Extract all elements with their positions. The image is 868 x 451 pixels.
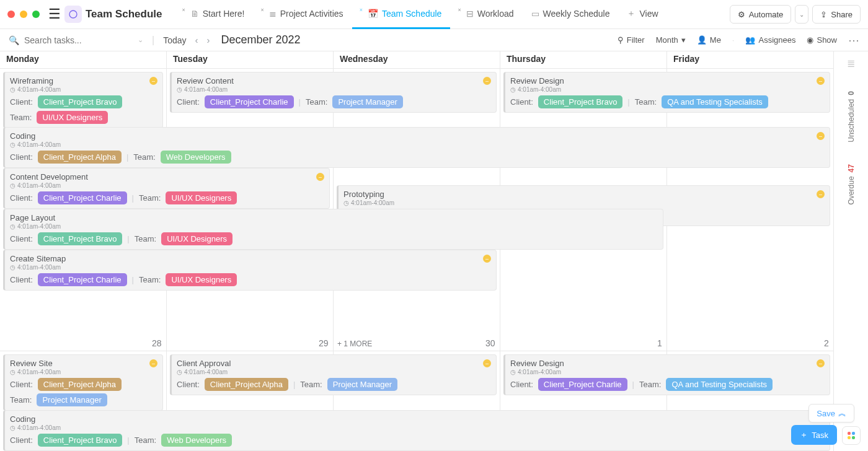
tab-label: Project Activities xyxy=(280,9,343,19)
tab-start-here[interactable]: ×🗎Start Here! xyxy=(174,0,253,29)
task-title: Prototyping xyxy=(343,190,384,199)
clock-icon: ◷ xyxy=(10,424,16,431)
status-icon: – xyxy=(483,359,491,367)
client-label: Client: xyxy=(177,97,200,107)
team-label: Team: xyxy=(306,97,327,107)
calendar-main: Monday Tuesday Wednesday Thursday Friday… xyxy=(0,51,834,451)
maximize-window-icon[interactable] xyxy=(32,11,40,18)
task-title: Wireframing xyxy=(10,76,53,85)
task-card-coding[interactable]: Coding ◷4:01am-4:00am Client:Client_Proj… xyxy=(3,410,830,451)
tab-team-schedule[interactable]: ×📅Team Schedule xyxy=(352,0,451,29)
team-pill: QA and Testing Specialists xyxy=(666,378,773,391)
automate-button[interactable]: ⚙Automate xyxy=(730,5,792,24)
task-label: Task xyxy=(812,431,828,440)
task-card-review-design[interactable]: Review Design– ◷4:01am-4:00am Client:Cli… xyxy=(503,72,830,113)
share-button[interactable]: ⇪Share xyxy=(812,5,861,24)
status-icon: – xyxy=(316,173,324,181)
team-label: Team: xyxy=(635,97,657,107)
search-input[interactable] xyxy=(24,35,133,45)
clock-icon: ◷ xyxy=(10,182,16,189)
space-icon[interactable] xyxy=(64,6,82,23)
tab-add-view[interactable]: ＋View xyxy=(618,0,666,29)
task-card-page-layout[interactable]: Page Layout ◷4:01am-4:00am Client:Client… xyxy=(3,209,663,250)
chevron-down-icon: ⌄ xyxy=(799,11,804,18)
bolt-icon: ⚙ xyxy=(738,10,745,19)
unscheduled-panel-toggle[interactable]: Unscheduled 0 xyxy=(847,91,856,142)
chevron-up-icon: ︽ xyxy=(838,408,846,419)
today-button[interactable]: Today xyxy=(163,35,186,45)
team-label: Team: xyxy=(135,234,156,243)
team-pill: UI/UX Designers xyxy=(166,191,237,204)
status-icon: – xyxy=(149,77,157,85)
task-title: Review Content xyxy=(177,76,234,85)
client-pill: Client_Project Bravo xyxy=(38,232,123,245)
team-pill: UI/UX Designers xyxy=(37,111,108,124)
team-pill: Project Manager xyxy=(332,95,402,108)
filter-button[interactable]: ⚲Filter xyxy=(618,35,645,45)
prev-month-button[interactable]: ‹ xyxy=(195,35,198,45)
clock-icon: ◷ xyxy=(10,369,16,375)
day-header-row: Monday Tuesday Wednesday Thursday Friday xyxy=(0,51,833,69)
tab-label: Workload xyxy=(477,9,514,19)
task-card-wireframing[interactable]: Wireframing– ◷4:01am-4:00am Client:Clien… xyxy=(3,72,163,128)
week-row: Review Site– ◷4:01am-4:00am Client:Clien… xyxy=(0,351,833,451)
share-label: Share xyxy=(831,10,852,19)
minimize-window-icon[interactable] xyxy=(20,11,27,18)
task-card-content-dev[interactable]: Content Development– ◷4:01am-4:00am Clie… xyxy=(3,168,330,209)
more-tasks-link[interactable]: + 1 MORE xyxy=(337,339,372,348)
more-options-button[interactable]: ⋯ xyxy=(848,33,859,47)
task-card-create-sitemap[interactable]: Create Sitemap– ◷4:01am-4:00am Client:Cl… xyxy=(3,250,497,291)
status-icon: – xyxy=(817,190,825,198)
close-window-icon[interactable] xyxy=(7,11,15,18)
tab-weekly-schedule[interactable]: ▭Weekly Schedule xyxy=(523,0,619,29)
automate-dropdown[interactable]: ⌄ xyxy=(795,5,808,24)
team-pill: UI/UX Designers xyxy=(166,273,237,286)
task-search[interactable]: 🔍 ⌄ xyxy=(9,35,143,45)
show-menu[interactable]: ◉Show xyxy=(807,35,837,45)
task-card-review-content[interactable]: Review Content– ◷4:01am-4:00am Client:Cl… xyxy=(170,72,497,113)
workload-icon: ⊟ xyxy=(466,9,474,19)
rail-label: Unscheduled xyxy=(847,99,856,142)
me-filter[interactable]: 👤Me xyxy=(697,35,721,45)
client-label: Client: xyxy=(177,380,200,389)
task-card-client-approval[interactable]: Client Approval– ◷4:01am-4:00am Client:C… xyxy=(170,354,497,395)
client-pill: Client_Project Charlie xyxy=(538,378,627,391)
next-month-button[interactable]: › xyxy=(207,35,210,45)
client-pill: Client_Project Alpha xyxy=(38,151,122,164)
month-picker[interactable]: Month▾ xyxy=(656,35,686,45)
new-task-button[interactable]: ＋Task xyxy=(791,425,837,445)
save-button[interactable]: Save︽ xyxy=(808,404,854,423)
client-label: Client: xyxy=(10,234,33,243)
overdue-panel-toggle[interactable]: Overdue 47 xyxy=(847,164,856,204)
day-number: 30 xyxy=(485,338,495,348)
task-card-review-site[interactable]: Review Site– ◷4:01am-4:00am Client:Clien… xyxy=(3,354,163,411)
clock-icon: ◷ xyxy=(343,199,349,206)
menu-icon[interactable]: ☰ xyxy=(48,6,61,22)
team-pill: QA and Testing Specialists xyxy=(662,95,768,108)
list-icon[interactable]: ≣ xyxy=(847,58,855,69)
team-pill: Web Developers xyxy=(161,434,232,447)
apps-button[interactable] xyxy=(842,426,861,445)
plus-icon: ＋ xyxy=(800,429,808,440)
tab-project-activities[interactable]: ×≣Project Activities xyxy=(253,0,352,29)
task-title: Review Site xyxy=(10,359,53,368)
assignees-filter[interactable]: 👥Assignees xyxy=(745,35,795,45)
tab-label: Team Schedule xyxy=(382,9,442,19)
task-time: 4:01am-4:00am xyxy=(17,182,61,189)
team-label: Team: xyxy=(139,193,161,203)
task-title: Coding xyxy=(10,414,35,424)
client-pill: Client_Project Charlie xyxy=(38,191,127,204)
automate-label: Automate xyxy=(749,10,784,19)
people-icon: 👥 xyxy=(745,35,755,45)
client-pill: Client_Project Bravo xyxy=(38,95,123,108)
client-pill: Client_Project Charlie xyxy=(205,95,294,108)
task-card-review-design[interactable]: Review Design– ◷4:01am-4:00am Client:Cli… xyxy=(503,354,830,395)
day-header: Monday xyxy=(0,51,167,68)
day-number: 29 xyxy=(319,338,329,348)
task-card-coding[interactable]: Coding– ◷4:01am-4:00am Client:Client_Pro… xyxy=(3,127,830,168)
chevron-down-icon[interactable]: ⌄ xyxy=(138,36,143,44)
team-pill: Project Manager xyxy=(327,378,397,391)
rail-count: 0 xyxy=(847,91,856,95)
tab-workload[interactable]: ×⊟Workload xyxy=(450,0,522,29)
team-label: Team: xyxy=(300,380,322,389)
